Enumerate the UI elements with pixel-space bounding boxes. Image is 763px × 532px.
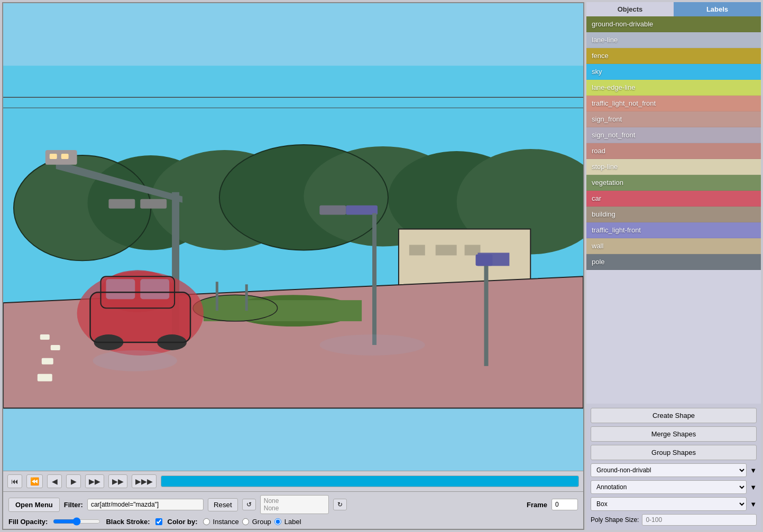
right-bottom: Create Shape Merge Shapes Group Shapes G… [586, 404, 761, 530]
merge-shapes-button[interactable]: Merge Shapes [591, 426, 757, 442]
label-item-traffic_light-front[interactable]: traffic_light-front [586, 222, 761, 238]
label-item-traffic_light_not_front[interactable]: traffic_light_not_front [586, 96, 761, 111]
color-by-group-label: Group [252, 518, 271, 526]
label-select[interactable]: Ground-non-drivabl [591, 463, 747, 477]
svg-rect-29 [50, 154, 57, 159]
label-item-stop-line[interactable]: stop-line [586, 159, 761, 175]
frame-input[interactable] [551, 499, 578, 510]
svg-rect-33 [319, 206, 346, 215]
svg-rect-25 [38, 374, 52, 381]
progress-bar[interactable] [161, 475, 579, 487]
color-by-instance-radio[interactable] [203, 518, 210, 525]
right-panel: Objects Labels ground-non-drivablelane-l… [586, 2, 761, 530]
playback-controls: ⏮ ⏪ ◀ ▶ ▶▶ ▶▶ ▶▶▶ [3, 471, 583, 491]
poly-shape-input[interactable] [642, 514, 757, 526]
label-item-lane-edge-line[interactable]: lane-edge-line [586, 80, 761, 96]
label-dropdown-row: Ground-non-drivabl ▼ [591, 463, 757, 477]
svg-point-52 [93, 350, 178, 371]
refresh-icon-btn[interactable]: ↻ [333, 499, 347, 510]
svg-rect-45 [140, 279, 169, 299]
svg-rect-37 [372, 213, 376, 345]
label-item-lane-line[interactable]: lane-line [586, 32, 761, 48]
none-top: None [264, 497, 325, 505]
label-item-ground-non-drivable[interactable]: ground-non-drivable [586, 16, 761, 32]
tab-objects[interactable]: Objects [586, 2, 674, 16]
reset-icon-btn[interactable]: ↺ [242, 499, 256, 510]
scene-svg [3, 3, 583, 471]
svg-rect-13 [436, 245, 457, 255]
label-item-vegetation[interactable]: vegetation [586, 175, 761, 191]
svg-rect-44 [106, 279, 135, 299]
svg-rect-38 [484, 260, 489, 366]
svg-rect-30 [61, 154, 69, 159]
bottom-controls: Open Menu Filter: Reset ↺ None None ↻ Fr… [3, 491, 583, 529]
label-item-pole[interactable]: pole [586, 254, 761, 270]
svg-rect-32 [140, 199, 167, 209]
opacity-row: Fill Opacity: Black Stroke: Color by: In… [8, 517, 578, 526]
filter-input[interactable] [87, 499, 204, 510]
reset-button[interactable]: Reset [208, 498, 238, 511]
svg-rect-24 [42, 358, 53, 365]
forward-btn[interactable]: ▶▶ [85, 474, 104, 488]
skip-back-btn[interactable]: ⏪ [26, 474, 43, 488]
skip-forward-btn[interactable]: ▶▶ [108, 474, 127, 488]
dropdown3-arrow: ▼ [750, 500, 757, 508]
filter-row: Open Menu Filter: Reset ↺ None None ↻ Fr… [8, 495, 578, 514]
opacity-label: Fill Opacity: [8, 518, 48, 526]
color-by-label: Color by: [168, 518, 198, 526]
dropdown2-arrow: ▼ [750, 483, 757, 491]
shape-type-select[interactable]: Box [591, 497, 747, 511]
none-bottom: None [264, 505, 325, 512]
color-by-label-label: Label [284, 518, 301, 526]
color-by-group-radio[interactable] [242, 518, 249, 525]
svg-rect-50 [216, 282, 218, 311]
svg-rect-23 [51, 345, 60, 350]
color-by-label-radio[interactable] [274, 518, 281, 525]
black-stroke-label: Black Stroke: [106, 518, 150, 526]
label-item-sign_not_front[interactable]: sign_not_front [586, 127, 761, 143]
fill-opacity-slider[interactable] [53, 517, 100, 526]
svg-rect-12 [409, 245, 425, 255]
label-item-fence[interactable]: fence [586, 48, 761, 64]
canvas-panel: ⏮ ⏪ ◀ ▶ ▶▶ ▶▶ ▶▶▶ Open Menu Filter: Rese… [2, 2, 584, 530]
svg-rect-20 [204, 300, 362, 321]
frame-label: Frame [527, 501, 547, 509]
svg-rect-39 [476, 254, 493, 266]
label-item-road[interactable]: road [586, 143, 761, 159]
play-btn[interactable]: ▶ [66, 474, 81, 488]
label-item-sky[interactable]: sky [586, 64, 761, 80]
label-item-car[interactable]: car [586, 191, 761, 207]
back-btn[interactable]: ◀ [47, 474, 62, 488]
none-dropdown[interactable]: None None [260, 495, 329, 514]
color-by-instance-label: Instance [213, 518, 239, 526]
skip-forward-fast-btn[interactable]: ▶▶▶ [132, 474, 157, 488]
label-item-building[interactable]: building [586, 207, 761, 222]
label-item-sign_front[interactable]: sign_front [586, 111, 761, 127]
label-item-wall[interactable]: wall [586, 238, 761, 254]
poly-shape-row: Poly Shape Size: [591, 514, 757, 526]
progress-bar-fill [161, 476, 578, 487]
color-by-group: Instance Group Label [203, 518, 301, 526]
image-container[interactable] [3, 3, 583, 471]
svg-rect-22 [40, 334, 50, 340]
tab-labels[interactable]: Labels [674, 2, 761, 16]
svg-point-53 [319, 334, 425, 356]
labels-list: ground-non-drivablelane-linefenceskylane… [586, 16, 761, 404]
shape-type-dropdown-row: Box ▼ [591, 497, 757, 511]
group-shapes-button[interactable]: Group Shapes [591, 445, 757, 460]
annotation-select[interactable]: Annotation [591, 480, 747, 494]
tabs-row: Objects Labels [586, 2, 761, 16]
poly-shape-label: Poly Shape Size: [591, 516, 639, 524]
svg-rect-51 [245, 284, 248, 311]
skip-back-fast-btn[interactable]: ⏮ [7, 474, 22, 488]
create-shape-button[interactable]: Create Shape [591, 408, 757, 423]
annotation-dropdown-row: Annotation ▼ [591, 480, 757, 494]
open-menu-button[interactable]: Open Menu [8, 498, 60, 512]
svg-rect-31 [108, 199, 135, 209]
black-stroke-checkbox[interactable] [155, 518, 162, 525]
dropdown1-arrow: ▼ [750, 466, 757, 474]
filter-label: Filter: [64, 501, 83, 509]
